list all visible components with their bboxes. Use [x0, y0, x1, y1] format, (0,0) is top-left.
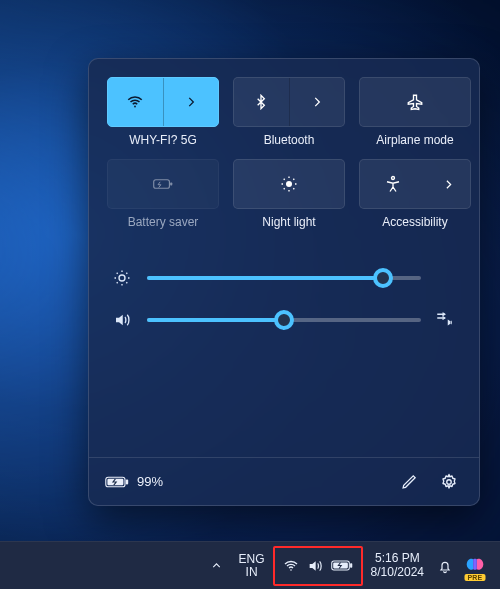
notifications-button[interactable]	[432, 546, 458, 586]
bluetooth-expand[interactable]	[290, 78, 345, 126]
tray-wifi-icon	[283, 558, 299, 574]
airplane-toggle[interactable]	[359, 77, 471, 127]
tile-night-light: Night light	[233, 159, 345, 229]
language-switcher[interactable]: ENG IN	[231, 546, 273, 586]
tile-bluetooth: Bluetooth	[233, 77, 345, 147]
wifi-expand[interactable]	[164, 78, 219, 126]
wifi-toggle-main[interactable]	[108, 78, 163, 126]
airplane-label: Airplane mode	[376, 133, 453, 147]
edit-quick-settings-button[interactable]	[391, 464, 427, 500]
sliders	[89, 233, 479, 357]
night-light-label: Night light	[262, 215, 315, 229]
gear-icon	[440, 473, 458, 491]
copilot-icon: PRE	[464, 555, 486, 577]
night-light-icon	[280, 175, 298, 193]
tile-battery-saver: Battery saver	[107, 159, 219, 229]
volume-thumb[interactable]	[274, 310, 294, 330]
tray-volume-icon	[307, 558, 323, 574]
brightness-icon	[113, 269, 133, 287]
system-tray: ENG IN 5:16 PM 8/10/2024	[203, 542, 492, 589]
volume-row	[113, 309, 455, 331]
tray-battery-icon	[331, 559, 353, 572]
svg-point-9	[447, 479, 452, 484]
copilot-badge: PRE	[465, 574, 486, 581]
copilot-button[interactable]: PRE	[458, 546, 492, 586]
wifi-toggle[interactable]	[107, 77, 219, 127]
svg-rect-12	[350, 563, 352, 567]
chevron-right-icon	[310, 95, 324, 109]
taskbar: ENG IN 5:16 PM 8/10/2024	[0, 541, 500, 589]
svg-rect-7	[126, 479, 128, 484]
clock-time: 5:16 PM	[375, 552, 420, 565]
svg-rect-1	[154, 180, 170, 189]
chevron-up-icon	[210, 559, 223, 572]
language-line1: ENG	[239, 553, 265, 566]
tile-accessibility: Accessibility	[359, 159, 471, 229]
battery-text: 99%	[137, 474, 163, 489]
wifi-label: WHY-FI? 5G	[129, 133, 197, 147]
audio-output-button[interactable]	[435, 309, 455, 331]
system-tray-icons[interactable]	[273, 546, 363, 586]
accessibility-icon	[384, 175, 402, 193]
svg-point-5	[119, 275, 125, 281]
quick-settings-tiles: WHY-FI? 5G Bluetooth	[89, 59, 479, 233]
language-line2: IN	[246, 566, 258, 579]
volume-slider[interactable]	[147, 318, 421, 322]
volume-icon	[113, 311, 133, 329]
clock[interactable]: 5:16 PM 8/10/2024	[363, 546, 432, 586]
accessibility-label: Accessibility	[382, 215, 447, 229]
tray-overflow-button[interactable]	[203, 546, 231, 586]
accessibility-toggle[interactable]	[359, 159, 471, 209]
brightness-slider[interactable]	[147, 276, 421, 280]
battery-charging-icon	[105, 475, 129, 489]
clock-date: 8/10/2024	[371, 566, 424, 579]
battery-saver-label: Battery saver	[128, 215, 199, 229]
brightness-thumb[interactable]	[373, 268, 393, 288]
panel-footer: 99%	[89, 457, 479, 505]
airplane-icon	[406, 93, 424, 111]
bluetooth-label: Bluetooth	[264, 133, 315, 147]
chevron-right-icon	[442, 178, 455, 191]
brightness-row	[113, 269, 455, 287]
tile-wifi: WHY-FI? 5G	[107, 77, 219, 147]
tile-airplane: Airplane mode	[359, 77, 471, 147]
svg-point-4	[392, 177, 395, 180]
battery-status[interactable]: 99%	[105, 474, 163, 489]
svg-rect-2	[170, 183, 172, 186]
bluetooth-icon	[253, 94, 269, 110]
quick-settings-panel: WHY-FI? 5G Bluetooth	[88, 58, 480, 506]
svg-point-10	[290, 569, 292, 571]
svg-point-3	[286, 181, 292, 187]
bluetooth-toggle-main[interactable]	[234, 78, 289, 126]
pencil-icon	[401, 473, 418, 490]
bluetooth-toggle[interactable]	[233, 77, 345, 127]
bell-icon	[437, 558, 453, 574]
night-light-toggle[interactable]	[233, 159, 345, 209]
svg-point-0	[134, 106, 136, 108]
wifi-icon	[126, 93, 144, 111]
accessibility-expand[interactable]	[427, 160, 470, 208]
chevron-right-icon	[184, 95, 198, 109]
settings-button[interactable]	[431, 464, 467, 500]
battery-saver-icon	[153, 176, 173, 192]
battery-saver-toggle[interactable]	[107, 159, 219, 209]
accessibility-toggle-main[interactable]	[360, 160, 427, 208]
